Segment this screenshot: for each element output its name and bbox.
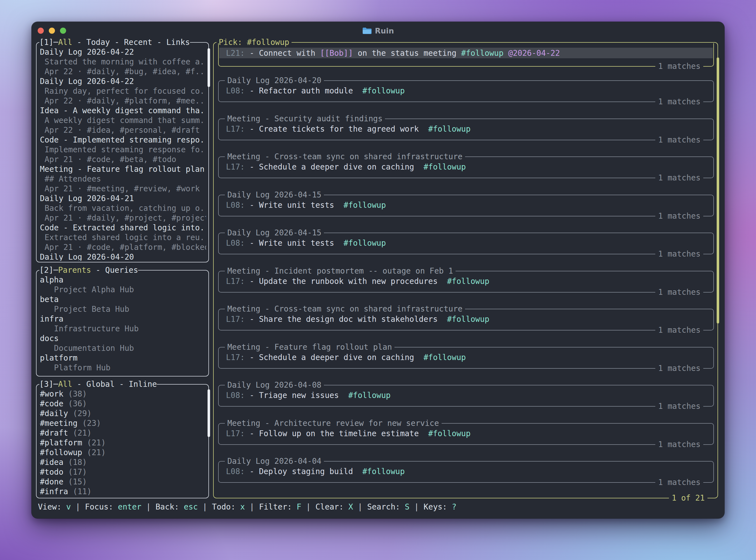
results-panel: Pick: #followup L21:- Connect with [[Bob…	[213, 42, 718, 498]
hint-key: X	[349, 502, 353, 512]
result-title: Daily Log 2026-04-08	[225, 380, 324, 390]
parent-row[interactable]: platform	[40, 353, 206, 363]
tab-global[interactable]: Global	[86, 380, 115, 389]
tag-row[interactable]: #daily (29)	[40, 408, 206, 418]
tag-row[interactable]: #code (36)	[40, 399, 206, 408]
result-box[interactable]: Daily Log 2026-04-04L08:- Deploy staging…	[218, 461, 714, 483]
tag-row[interactable]: #work (38)	[40, 389, 206, 399]
panel-title-dash: ─	[54, 380, 58, 389]
hint-separator: |	[71, 502, 85, 512]
result-line: L17:- Schedule a deeper dive on caching …	[226, 162, 466, 172]
tag-row[interactable]: #platform (21)	[40, 438, 206, 447]
note-row[interactable]: Apr 21 · #meeting, #review, #work	[40, 184, 206, 194]
tab-inline[interactable]: Inline	[128, 380, 157, 389]
result-box[interactable]: Meeting - Architecture review for new se…	[218, 423, 714, 445]
note-row[interactable]: Back from vacation, catching up o...	[40, 203, 206, 213]
note-row[interactable]: Rainy day, perfect for focused co...	[40, 86, 206, 96]
result-box[interactable]: Daily Log 2026-04-15L08:- Write unit tes…	[218, 233, 714, 254]
tag-row[interactable]: #done (15)	[40, 477, 206, 487]
tag-row[interactable]: #idea (18)	[40, 457, 206, 467]
note-row[interactable]: Apr 21 · #code, #platform, #blocked	[40, 242, 206, 252]
tags-scrollbar-thumb[interactable]	[207, 389, 210, 437]
tab-parents[interactable]: Parents	[58, 265, 91, 275]
note-row[interactable]: ## Attendees	[40, 174, 206, 184]
parent-row[interactable]: Project Beta Hub	[40, 304, 206, 314]
result-box[interactable]: Daily Log 2026-04-15L08:- Write unit tes…	[218, 195, 714, 216]
note-row[interactable]: Started the morning with coffee a...	[40, 57, 206, 67]
tag-count: (21)	[73, 428, 92, 438]
note-row[interactable]: Apr 22 · #daily, #platform, #mee...	[40, 96, 206, 106]
result-box[interactable]: Meeting - Incident postmortem -- outage …	[218, 271, 714, 293]
result-box[interactable]: Meeting - Cross-team sync on shared infr…	[218, 157, 714, 178]
note-row[interactable]: Code - Implemented streaming respo...	[40, 135, 206, 145]
tag-row[interactable]: #todo (17)	[40, 467, 206, 477]
parents-list: alpha Project Alpha Hubbeta Project Beta…	[40, 275, 206, 375]
result-title: Daily Log 2026-04-20	[225, 76, 324, 86]
followup-tag: #followup	[423, 162, 466, 172]
hint-label: Back:	[155, 502, 183, 512]
results-scrollbar-thumb[interactable]	[717, 57, 719, 323]
match-text: on the status meeting	[353, 48, 461, 58]
matches-count: 1 matches	[655, 97, 703, 107]
parent-row[interactable]: Infrastructure Hub	[40, 324, 206, 334]
tag-name: #work	[40, 389, 63, 399]
tag-count: (11)	[73, 487, 92, 496]
notes-scrollbar-thumb[interactable]	[207, 48, 210, 87]
parent-row[interactable]: docs	[40, 334, 206, 343]
match-text: - Create tickets for the agreed work	[250, 124, 428, 134]
result-box[interactable]: Meeting - Cross-team sync on shared infr…	[218, 309, 714, 331]
parent-row[interactable]: Project Alpha Hub	[40, 285, 206, 295]
tag-row[interactable]: #followup (21)	[40, 447, 206, 457]
result-box[interactable]: Daily Log 2026-04-08L08:- Triage new iss…	[218, 385, 714, 407]
followup-tag: #followup	[362, 467, 405, 476]
parent-row[interactable]: infra	[40, 314, 206, 324]
selected-result-line[interactable]: L21:- Connect with [[Bob]] on the status…	[219, 48, 713, 58]
note-row[interactable]: Apr 21 · #daily, #project, #project	[40, 213, 206, 223]
note-row[interactable]: Code - Extracted shared logic into...	[40, 223, 206, 233]
hint-separator: |	[141, 502, 156, 512]
note-row[interactable]: A weekly digest command that summ...	[40, 116, 206, 125]
parent-row[interactable]: beta	[40, 295, 206, 304]
result-box[interactable]: Meeting - Feature flag rollout planL17:-…	[218, 347, 714, 369]
tag-row[interactable]: #draft (21)	[40, 428, 206, 438]
note-row[interactable]: Meeting - Feature flag rollout plan	[40, 164, 206, 174]
result-box[interactable]: Daily Log 2026-04-20L08:- Refactor auth …	[218, 80, 714, 102]
note-row[interactable]: Implemented streaming response fo...	[40, 145, 206, 155]
tab-all[interactable]: All	[58, 38, 72, 47]
tab-links[interactable]: Links	[166, 38, 190, 47]
note-row[interactable]: Daily Log 2026-04-22	[40, 76, 206, 86]
tag-row[interactable]: #meeting (23)	[40, 418, 206, 428]
tab-queries[interactable]: Queries	[105, 265, 138, 275]
selected-result[interactable]: L21:- Connect with [[Bob]] on the status…	[218, 43, 714, 67]
notes-list: Daily Log 2026-04-22 Started the morning…	[40, 47, 206, 261]
note-row[interactable]: Daily Log 2026-04-20	[40, 252, 206, 261]
parent-row[interactable]: Platform Hub	[40, 363, 206, 373]
note-row[interactable]: Apr 22 · #idea, #personal, #draft	[40, 125, 206, 135]
note-row[interactable]: Extracted shared logic into a reu...	[40, 233, 206, 242]
hint-key: v	[66, 502, 71, 512]
tag-name: #code	[40, 399, 63, 408]
statusbar: View: v | Focus: enter | Back: esc | Tod…	[38, 502, 456, 512]
result-title: Meeting - Incident postmortem -- outage …	[225, 266, 456, 276]
result-title: Meeting - Security audit findings	[225, 114, 385, 124]
note-row[interactable]: Apr 22 · #daily, #bug, #idea, #f...	[40, 67, 206, 76]
tab-all[interactable]: All	[58, 380, 72, 389]
note-row[interactable]: Apr 21 · #code, #beta, #todo	[40, 155, 206, 164]
tab-today[interactable]: Today	[86, 38, 110, 47]
note-row[interactable]: Daily Log 2026-04-21	[40, 194, 206, 203]
line-number: L17:	[226, 429, 245, 438]
tag-row[interactable]: #infra (11)	[40, 487, 206, 496]
note-row[interactable]: Daily Log 2026-04-22	[40, 47, 206, 57]
note-row[interactable]: Idea - A weekly digest command tha...	[40, 106, 206, 116]
matches-count: 1 matches	[655, 249, 703, 259]
match-text: - Write unit tests	[250, 238, 343, 248]
parent-row[interactable]: Documentation Hub	[40, 343, 206, 353]
parent-row[interactable]: alpha	[40, 275, 206, 285]
notes-panel: [1]─All - Today - Recent - Links Daily L…	[36, 42, 209, 262]
tag-count: (18)	[68, 458, 87, 467]
line-number: L17:	[226, 277, 245, 286]
result-title: Daily Log 2026-04-04	[225, 456, 324, 466]
tab-recent[interactable]: Recent	[124, 38, 152, 47]
followup-tag: #followup	[447, 315, 489, 324]
result-box[interactable]: Meeting - Security audit findingsL17:- C…	[218, 119, 714, 140]
